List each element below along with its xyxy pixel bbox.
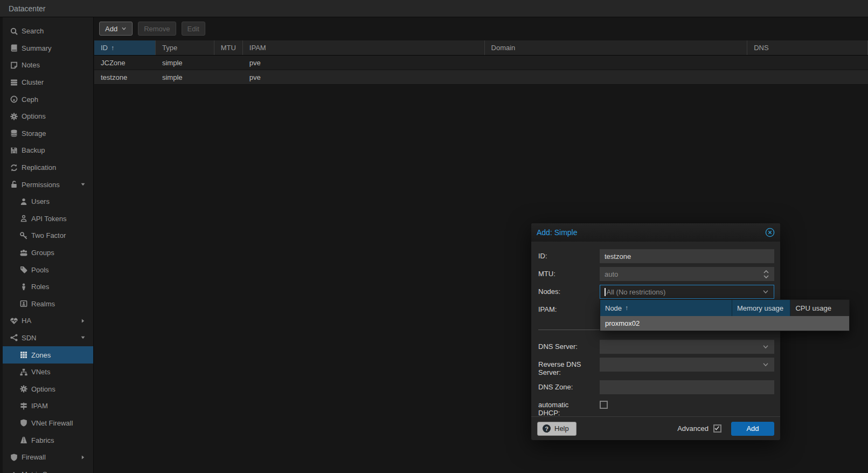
id-input[interactable]: testzone [600,249,774,263]
sidebar-item-cluster[interactable]: Cluster [3,74,93,91]
column-header-ipam[interactable]: IPAM [243,40,485,55]
sidebar-item-ha[interactable]: HA [3,312,93,330]
sidebar-item-label: Zones [31,351,51,359]
sidebar-item-storage[interactable]: Storage [3,125,93,142]
table-row-testzone[interactable]: testzonesimplepve [94,70,868,85]
column-header-domain[interactable]: Domain [485,40,748,55]
picker-row-proxmox02[interactable]: proxmox02 [600,316,849,331]
picker-column-header-memory-usage[interactable]: Memory usage [732,300,791,316]
unlock-icon [10,180,18,189]
sidebar-item-users[interactable]: Users [3,193,93,210]
help-button[interactable]: ? Help [537,422,577,436]
sidebar-item-label: SDN [22,334,36,342]
dialog-header[interactable]: Add: Simple [531,223,780,242]
tag-icon [19,265,28,274]
chevron-down-icon [121,26,127,31]
picker-column-header-cpu-usage[interactable]: CPU usage [790,300,849,316]
sidebar-item-options[interactable]: Options [3,108,93,125]
sidebar-item-label: Roles [31,283,49,291]
mtu-input[interactable]: auto [600,267,774,281]
dns-server-field-row: DNS Server: [538,340,774,354]
picker-column-header-node[interactable]: Node↑ [600,300,732,316]
sidebar-item-backup[interactable]: Backup [3,142,93,159]
add-button[interactable]: Add [99,22,133,36]
sidebar-item-ceph[interactable]: Ceph [3,91,93,108]
sidebar-item-sdn-fabrics[interactable]: Fabrics [3,431,93,449]
caret-right-icon [80,455,86,460]
sidebar-item-search[interactable]: Search [3,23,93,40]
cell-id: testzone [94,70,156,84]
sidebar-item-api-tokens[interactable]: API Tokens [3,210,93,228]
dialog-title: Add: Simple [537,228,577,237]
dns-zone-label: DNS Zone: [538,380,600,394]
nodes-combo[interactable]: All (No restrictions) [600,285,774,299]
id-field-row: ID: testzone [538,249,774,263]
caret-down-icon [80,182,86,187]
id-label: ID: [538,249,600,263]
add-simple-dialog: Add: Simple ID: testzone MTU: auto [531,223,780,440]
sidebar-item-sdn-vnets[interactable]: VNets [3,364,93,381]
sidebar-item-label: Two Factor [31,231,66,239]
remove-button[interactable]: Remove [138,22,176,36]
reverse-dns-combo[interactable] [600,358,774,372]
sidebar-item-pools[interactable]: Pools [3,261,93,278]
sidebar-item-permissions[interactable]: Permissions [3,176,93,193]
sidebar-item-sdn-ipam[interactable]: IPAM [3,397,93,415]
sidebar-item-label: Cluster [22,78,44,86]
server-stack-icon [10,78,18,87]
column-header-id[interactable]: ID↑ [94,40,156,55]
sidebar-item-replication[interactable]: Replication [3,159,93,176]
picker-cell [790,316,849,331]
search-icon [10,27,18,36]
sticky-note-icon [10,61,18,70]
question-circle-icon: ? [543,424,551,433]
picker-cell: proxmox02 [600,316,732,331]
sidebar-item-summary[interactable]: Summary [3,40,93,57]
edit-button[interactable]: Edit [182,22,205,36]
dialog-add-button[interactable]: Add [731,422,774,436]
table-row-JCZone[interactable]: JCZonesimplepve [94,56,868,70]
ipam-label: IPAM: [538,303,600,317]
cell-dns [747,70,868,84]
sidebar-item-label: Notes [22,61,40,69]
sidebar-item-sdn[interactable]: SDN [3,330,93,347]
spinner-down-icon[interactable] [763,275,769,279]
user-icon [19,197,28,206]
column-header-dns[interactable]: DNS [747,40,868,55]
chevron-down-icon[interactable] [762,361,769,368]
chevron-down-icon[interactable] [762,343,769,351]
sidebar-item-groups[interactable]: Groups [3,244,93,262]
sidebar-item-notes[interactable]: Notes [3,57,93,74]
cell-ipam: pve [243,56,485,70]
road-icon [19,436,28,444]
caret-down-icon [80,335,86,340]
sidebar-item-label: Backup [22,146,45,154]
spinner-up-icon[interactable] [763,270,769,274]
sidebar-item-label: Ceph [22,95,38,104]
reverse-dns-field-row: Reverse DNS Server: [538,358,774,376]
close-icon[interactable] [765,228,775,237]
sidebar-item-two-factor[interactable]: Two Factor [3,227,93,244]
sidebar-item-realms[interactable]: Realms [3,296,93,313]
advanced-checkbox[interactable] [713,424,721,433]
sitemap-icon [19,368,28,376]
sync-icon [10,163,18,172]
cell-type: simple [156,70,214,84]
sidebar-item-metric-server[interactable]: Metric Server [3,465,93,473]
sidebar-item-firewall[interactable]: Firewall [3,449,93,466]
mtu-spinner[interactable] [763,270,769,279]
cell-mtu [214,70,243,84]
advanced-label: Advanced [677,424,709,433]
column-header-mtu[interactable]: MTU [214,40,243,55]
sidebar-item-sdn-options[interactable]: Options [3,380,93,397]
dhcp-checkbox[interactable] [600,401,608,409]
sidebar-item-sdn-zones[interactable]: Zones [3,346,93,364]
dns-zone-input[interactable] [600,380,774,394]
sidebar-item-roles[interactable]: Roles [3,278,93,296]
column-header-type[interactable]: Type [156,40,214,55]
dns-server-combo[interactable] [600,340,774,354]
chevron-down-icon[interactable] [762,288,769,296]
users-icon [19,249,28,257]
sidebar-item-sdn-vnet-firewall[interactable]: VNet Firewall [3,415,93,432]
gear-icon [19,385,28,393]
